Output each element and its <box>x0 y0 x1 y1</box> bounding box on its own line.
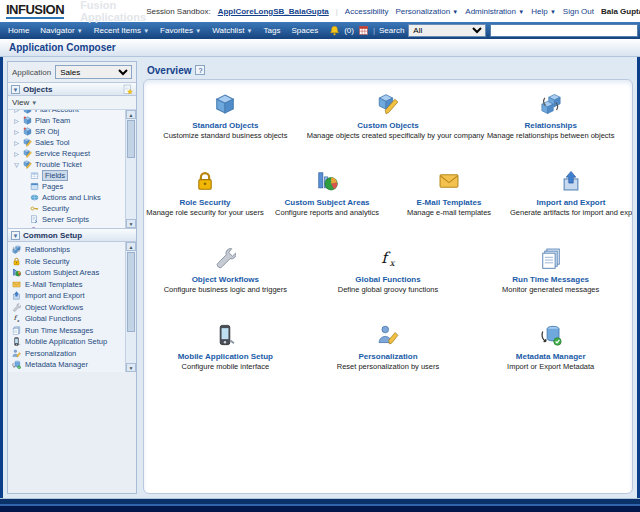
tree-item-pages[interactable]: Pages <box>8 181 124 192</box>
tile-personalization[interactable]: Personalization Reset personalization by… <box>307 324 470 371</box>
scroll-down-icon[interactable]: ▼ <box>126 363 136 372</box>
tile-run-time-messages[interactable]: Run Time Messages Monitor generated mess… <box>469 247 632 294</box>
nav-spaces[interactable]: Spaces <box>291 26 318 35</box>
common-list-scrollbar[interactable]: ▲ ▼ <box>125 242 136 372</box>
tile-custom-objects[interactable]: Custom Objects Manage objects created sp… <box>307 93 470 140</box>
worklist-icon[interactable] <box>358 25 369 36</box>
common-item-relationships[interactable]: Relationships <box>8 244 124 256</box>
envelope-icon[interactable] <box>438 170 460 192</box>
tree-item-trouble-ticket[interactable]: ▽ Trouble Ticket <box>8 159 124 170</box>
common-item-custom-subject-areas[interactable]: Custom Subject Areas <box>8 267 124 279</box>
tree-item-server-scripts[interactable]: Server Scripts <box>8 214 124 225</box>
application-select[interactable]: Sales <box>55 65 132 79</box>
linked-cubes-icon[interactable] <box>540 93 562 115</box>
help-menu[interactable]: Help ▼ <box>531 7 556 16</box>
scrollbar-thumb[interactable] <box>127 120 135 158</box>
view-menu-button[interactable]: View <box>12 98 29 107</box>
administration-menu[interactable]: Administration ▼ <box>465 7 524 16</box>
scrollbar-thumb[interactable] <box>127 252 135 332</box>
mobile-phone-icon[interactable] <box>214 324 236 346</box>
tree-item-actions-and-links[interactable]: Actions and Links <box>8 192 124 203</box>
tile-title-link[interactable]: Standard Objects <box>144 121 307 130</box>
personalization-menu[interactable]: Personalization ▼ <box>395 7 458 16</box>
documents-icon[interactable] <box>540 247 562 269</box>
bell-icon[interactable] <box>329 25 340 36</box>
tile-role-security[interactable]: Role Security Manage role security for y… <box>144 170 266 217</box>
tile-title-link[interactable]: E-Mail Templates <box>388 198 510 207</box>
expand-icon[interactable]: ▷ <box>13 139 20 146</box>
person-pencil-icon[interactable] <box>377 324 399 346</box>
help-icon[interactable]: ? <box>195 65 205 75</box>
tile-title-link[interactable]: Relationships <box>469 121 632 130</box>
objects-accordion-header[interactable]: ▼ Objects <box>8 82 136 96</box>
tile-mobile-application-setup[interactable]: Mobile Application Setup Configure mobil… <box>144 324 307 371</box>
common-item-import-and-export[interactable]: Import and Export <box>8 290 124 302</box>
new-object-icon[interactable] <box>122 84 133 95</box>
tile-title-link[interactable]: Role Security <box>144 198 266 207</box>
tree-item-fields[interactable]: Fields <box>8 170 124 181</box>
nav-favorites[interactable]: Favorites ▼ <box>160 26 201 35</box>
tree-scrollbar[interactable]: ▲ ▼ <box>125 110 136 228</box>
tile-title-link[interactable]: Object Workflows <box>144 275 307 284</box>
collapse-icon[interactable]: ▼ <box>11 85 20 94</box>
session-sandbox-link[interactable]: ApplCoreLongSB_BalaGupta <box>218 7 329 16</box>
padlock-icon[interactable] <box>194 170 216 192</box>
tile-relationships[interactable]: Relationships Manage relationships betwe… <box>469 93 632 140</box>
chart-pie-icon[interactable] <box>316 170 338 192</box>
accessibility-link[interactable]: Accessibility <box>345 7 389 16</box>
scroll-down-icon[interactable]: ▼ <box>126 219 136 228</box>
common-setup-accordion-header[interactable]: ▼ Common Setup <box>8 228 136 242</box>
tree-item-sr-obj[interactable]: ▷ SR Obj <box>8 126 124 137</box>
tree-item-plan-team[interactable]: ▷ Plan Team <box>8 115 124 126</box>
common-item-email-templates[interactable]: E-Mail Templates <box>8 279 124 291</box>
tile-title-link[interactable]: Run Time Messages <box>469 275 632 284</box>
tile-global-functions[interactable]: Global Functions Define global groovy fu… <box>307 247 470 294</box>
custom-object-icon[interactable] <box>377 93 399 115</box>
expand-icon[interactable]: ▷ <box>13 117 20 124</box>
common-item-metadata-manager[interactable]: Metadata Manager <box>8 359 124 371</box>
scroll-up-icon[interactable]: ▲ <box>126 242 136 251</box>
nav-recent-items[interactable]: Recent Items ▼ <box>94 26 149 35</box>
collapse-icon[interactable]: ▼ <box>11 231 20 240</box>
tile-title-link[interactable]: Custom Subject Areas <box>266 198 388 207</box>
fx-icon[interactable] <box>377 247 399 269</box>
tree-item-sales-tool[interactable]: ▷ Sales Tool <box>8 137 124 148</box>
tile-title-link[interactable]: Import and Export <box>510 198 632 207</box>
expand-icon[interactable]: ▷ <box>13 150 20 157</box>
collapse-icon[interactable]: ▽ <box>13 161 20 168</box>
tile-metadata-manager[interactable]: Metadata Manager Import or Export Metada… <box>469 324 632 371</box>
nav-home[interactable]: Home <box>8 26 29 35</box>
expand-icon[interactable]: ▷ <box>13 110 20 113</box>
common-item-run-time-messages[interactable]: Run Time Messages <box>8 325 124 337</box>
tile-title-link[interactable]: Mobile Application Setup <box>144 352 307 361</box>
common-item-mobile-application-setup[interactable]: Mobile Application Setup <box>8 336 124 348</box>
search-scope-select[interactable]: All <box>408 24 486 37</box>
tile-title-link[interactable]: Custom Objects <box>307 121 470 130</box>
wrench-icon[interactable] <box>214 247 236 269</box>
tile-custom-subject-areas[interactable]: Custom Subject Areas Configure reports a… <box>266 170 388 217</box>
export-box-icon[interactable] <box>560 170 582 192</box>
sign-out-link[interactable]: Sign Out <box>563 7 594 16</box>
tile-standard-objects[interactable]: Standard Objects Customize standard busi… <box>144 93 307 140</box>
common-item-object-workflows[interactable]: Object Workflows <box>8 302 124 314</box>
nav-navigator[interactable]: Navigator ▼ <box>40 26 82 35</box>
database-icon[interactable] <box>540 324 562 346</box>
nav-watchlist[interactable]: Watchlist ▼ <box>212 26 252 35</box>
tree-item-saved-searches[interactable]: Saved Searches <box>8 225 124 228</box>
common-item-global-functions[interactable]: Global Functions <box>8 313 124 325</box>
scroll-up-icon[interactable]: ▲ <box>126 110 136 119</box>
common-item-role-security[interactable]: Role Security <box>8 256 124 268</box>
tree-item-service-request[interactable]: ▷ Service Request <box>8 148 124 159</box>
tile-import-and-export[interactable]: Import and Export Generate artifacts for… <box>510 170 632 217</box>
tile-email-templates[interactable]: E-Mail Templates Manage e-mail templates <box>388 170 510 217</box>
tile-title-link[interactable]: Metadata Manager <box>469 352 632 361</box>
tile-title-link[interactable]: Personalization <box>307 352 470 361</box>
tree-item-security[interactable]: Security <box>8 203 124 214</box>
tile-object-workflows[interactable]: Object Workflows Configure business logi… <box>144 247 307 294</box>
cube-icon[interactable] <box>214 93 236 115</box>
nav-tags[interactable]: Tags <box>264 26 281 35</box>
search-input[interactable] <box>490 24 638 37</box>
tile-title-link[interactable]: Global Functions <box>307 275 470 284</box>
common-item-personalization[interactable]: Personalization <box>8 348 124 360</box>
expand-icon[interactable]: ▷ <box>13 128 20 135</box>
